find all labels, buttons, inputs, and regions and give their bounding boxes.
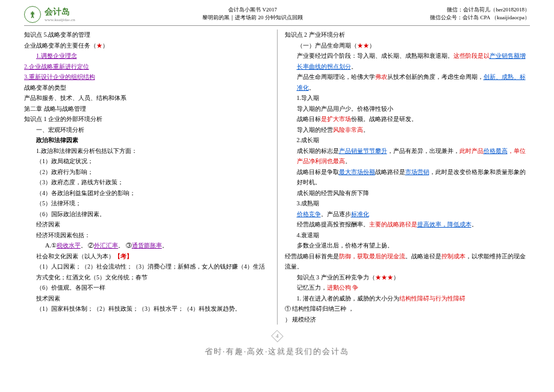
line: 经营战略提高投资报酬率。主要的战略路径是提高效率，降低成本。: [285, 219, 531, 230]
line: 价格竞争。产品逐步标准化: [285, 209, 531, 220]
line: 经济因素: [24, 219, 270, 230]
line: A.①税收水平。 ②外汇汇率。 ③通货膨胀率。: [24, 240, 270, 251]
line-link: 2.企业战略重新进行定位: [24, 61, 270, 72]
wechat-line: 微信：会计岛荷儿（her20182018）: [430, 6, 530, 14]
line: 记忆五力，进鹅公狗 争: [285, 282, 531, 293]
line: 产业要经过四个阶段：导入期、成长期、成熟期和衰退期。这些阶段是以产业销售额增长率…: [285, 51, 531, 72]
line: （4）各政治利益集团对企业的影响；: [24, 188, 270, 199]
gzh-line: 微信公众号：会计岛 CPA （kuaijidaocpa）: [430, 14, 530, 22]
line: 导入期的产品用户少。价格弹性较小: [285, 104, 531, 114]
title-line1: 会计岛小黑书 V2017: [202, 6, 303, 14]
line: 技术因素: [24, 293, 270, 304]
logo-name: 会计岛: [45, 7, 75, 17]
logo-block: 会计岛 www.kuaijidao.cn: [24, 6, 75, 23]
line: 1. 潜在进入者的威胁，威胁的大小分为结构性障碍与行为性障碍: [285, 293, 531, 304]
line-link: 3.重新设计企业的组织结构: [24, 72, 270, 82]
left-column: 知识点 5.战略变革的管理 企业战略变革的主要任务（★） 1.调整企业理念 2.…: [24, 30, 278, 325]
line: （3）政府态度，路线方针政策；: [24, 177, 270, 188]
logo-icon: [24, 6, 41, 23]
title-line2: 黎明前的黑｜进考场前 20 分钟知识点回顾: [202, 14, 303, 22]
line: （5）法律环境；: [24, 198, 270, 209]
line: ① 结构性障碍归纳三种 ，: [285, 303, 531, 314]
line: 第二章 战略与战略管理: [24, 104, 270, 114]
header-title: 会计岛小黑书 V2017 黎明前的黑｜进考场前 20 分钟知识点回顾: [202, 6, 303, 21]
line: 3.成熟期: [285, 198, 531, 209]
deer-icon: [28, 10, 37, 19]
line: （6）价值观。各国不一样: [24, 282, 270, 293]
line: 战略目标是争取最大市场份额战略路径是市场营销，此时是改变价格形象和质量形象的好时…: [285, 167, 531, 188]
line: （1）国家科技体制；（2）科技政策；（3）科技水平；（4）科技发展趋势。: [24, 303, 270, 314]
line: （1）政局稳定状况；: [24, 156, 270, 167]
footer-slogan: 省时·有趣·高效·这就是我们的会计岛: [24, 346, 530, 357]
line: 导入期的经营风险非常高。: [285, 125, 531, 135]
line: （1）人口因素；（2）社会流动性；（3）消费心理；新鲜感，女人的钱好赚（4）生活…: [24, 261, 270, 282]
line: （2）政府行为影响；: [24, 167, 270, 178]
line: 成长期的标志是产品销量节节攀升，产品有差异，出现兼并，此时产品价格最高，单位产品…: [285, 146, 531, 167]
line: 成长期的经营风险有所下降: [285, 188, 531, 199]
line: 4.衰退期: [285, 230, 531, 241]
line: 知识点 3 产业的五种竞争力（★★★）: [285, 272, 531, 283]
line: 多数企业退出后，价格才有望上扬。: [285, 240, 531, 251]
line: 知识点 5.战略变革的管理: [24, 30, 270, 40]
line: （一）产品生命周期（★★）: [285, 40, 531, 51]
line: 经济环境因素包括：: [24, 230, 270, 241]
content-columns: 知识点 5.战略变革的管理 企业战略变革的主要任务（★） 1.调整企业理念 2.…: [24, 30, 530, 325]
line: 战略目标是扩大市场份额。战略路径是研发。: [285, 114, 531, 125]
line: ） 规模经济: [285, 314, 531, 325]
right-column: 知识点 2 产业环境分析 （一）产品生命周期（★★） 产业要经过四个阶段：导入期…: [278, 30, 531, 325]
page-number-ornament: 4: [273, 332, 282, 340]
line: 1.导入期: [285, 93, 531, 104]
line: 知识点 2 产业环境分析: [285, 30, 531, 40]
line: 知识点 1 企业的外部环境分析: [24, 114, 270, 125]
line: 1.政治和法律因素分析包括以下方面：: [24, 146, 270, 157]
document-page: 会计岛 www.kuaijidao.cn 会计岛小黑书 V2017 黎明前的黑｜…: [0, 0, 554, 362]
line: 产品生命周期理论，哈佛大学弗农从技术创新的角度，考虑生命周期，创新、成熟、标准化…: [285, 72, 531, 93]
line: 政治和法律因素: [24, 135, 270, 146]
line: 2.成长期: [285, 135, 531, 146]
line: 产品和服务、技术、人员、结构和体系: [24, 93, 270, 104]
logo-url: www.kuaijidao.cn: [45, 17, 75, 22]
page-header: 会计岛 www.kuaijidao.cn 会计岛小黑书 V2017 黎明前的黑｜…: [24, 6, 530, 26]
line: 企业战略变革的主要任务（★）: [24, 40, 270, 51]
line: 经营战略目标首先是防御，获取最后的现金流。战略途径是控制成本，以求能维持正的现金…: [285, 251, 531, 272]
logo-text-block: 会计岛 www.kuaijidao.cn: [45, 7, 75, 22]
page-footer: 4 省时·有趣·高效·这就是我们的会计岛: [24, 332, 530, 362]
page-number: 4: [271, 330, 283, 342]
line: （6）国际政治法律因素。: [24, 209, 270, 220]
line: 社会和文化因素（以人为本）【考】: [24, 251, 270, 262]
header-contact: 微信：会计岛荷儿（her20182018） 微信公众号：会计岛 CPA （kua…: [430, 6, 530, 21]
line-link: 1.调整企业理念: [24, 51, 270, 61]
line: 一、宏观环境分析: [24, 125, 270, 135]
line: 战略变革的类型: [24, 82, 270, 93]
